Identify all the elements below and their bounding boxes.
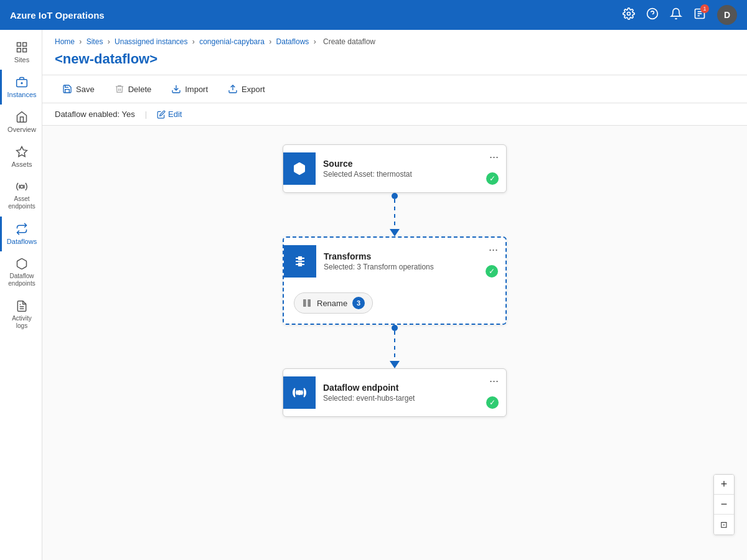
avatar[interactable]: D: [717, 5, 737, 25]
breadcrumb-home[interactable]: Home: [55, 37, 75, 46]
svg-rect-8: [23, 43, 27, 47]
breadcrumb-current: Create dataflow: [323, 37, 375, 46]
breadcrumb-sites[interactable]: Sites: [87, 37, 103, 46]
layout: Sites Instances Overview Assets: [0, 30, 747, 560]
svg-point-15: [21, 185, 24, 189]
sidebar-item-activity-logs[interactable]: Activity logs: [0, 294, 42, 336]
connector-line-2: [394, 331, 395, 361]
connector-dot-1: [392, 193, 398, 199]
zoom-fit-button[interactable]: ⊡: [714, 515, 734, 534]
save-button[interactable]: Save: [55, 80, 102, 98]
source-node[interactable]: Source Selected Asset: thermostat ··· ✓: [283, 144, 507, 193]
import-label: Import: [185, 85, 208, 94]
source-node-header: Source Selected Asset: thermostat ··· ✓: [283, 145, 506, 192]
help-icon[interactable]: [646, 7, 659, 23]
connector-arrow-2: [390, 361, 400, 368]
connector-2: [390, 325, 400, 368]
transforms-node-header: Transforms Selected: 3 Transform operati…: [284, 238, 505, 285]
main-content: Home › Sites › Unassigned instances › co…: [42, 30, 747, 560]
sidebar-label-dataflow-endpoints: Dataflow endpoints: [6, 273, 38, 287]
sidebar-label-asset-endpoints: Asset endpoints: [6, 195, 38, 210]
save-label: Save: [76, 85, 95, 94]
delete-label: Delete: [128, 85, 152, 94]
transforms-check: ✓: [486, 265, 498, 278]
dataflow-diagram: Source Selected Asset: thermostat ··· ✓: [283, 144, 507, 417]
nav-icons: 1 D: [622, 5, 737, 25]
connector-1: [390, 193, 400, 236]
sidebar-label-activity-logs: Activity logs: [6, 315, 38, 330]
sidebar: Sites Instances Overview Assets: [0, 30, 42, 560]
endpoint-icon-box: [283, 376, 316, 409]
import-button[interactable]: Import: [164, 80, 215, 98]
transforms-title: Transforms: [324, 251, 498, 261]
endpoint-icon: [292, 385, 307, 400]
transforms-node[interactable]: Transforms Selected: 3 Transform operati…: [283, 236, 507, 325]
endpoint-menu[interactable]: ···: [489, 375, 499, 386]
svg-rect-27: [299, 263, 301, 266]
svg-marker-14: [17, 147, 27, 157]
svg-rect-9: [17, 49, 21, 52]
transform-icon: [293, 254, 308, 269]
transforms-icon-box: [284, 245, 316, 278]
svg-rect-29: [308, 299, 311, 307]
notification-icon[interactable]: 1: [693, 7, 706, 23]
source-menu[interactable]: ···: [489, 151, 499, 162]
sidebar-item-dataflow-endpoints[interactable]: Dataflow endpoints: [0, 251, 42, 294]
sidebar-item-asset-endpoints[interactable]: Asset endpoints: [0, 174, 42, 217]
edit-icon: [157, 110, 166, 119]
transforms-menu[interactable]: ···: [489, 244, 498, 255]
delete-button[interactable]: Delete: [107, 80, 159, 98]
connector-arrow-1: [390, 229, 400, 236]
breadcrumb-instance[interactable]: congenial-capybara: [199, 37, 265, 46]
bell-icon[interactable]: [670, 7, 682, 23]
settings-icon[interactable]: [622, 7, 635, 23]
connector-dot-2: [392, 325, 398, 331]
sidebar-label-assets: Assets: [11, 161, 32, 168]
source-subtitle: Selected Asset: thermostat: [323, 170, 499, 179]
save-icon: [62, 84, 72, 94]
breadcrumb: Home › Sites › Unassigned instances › co…: [42, 30, 747, 49]
rename-icon: [302, 298, 312, 308]
svg-rect-10: [23, 49, 27, 52]
sidebar-label-instances: Instances: [7, 91, 36, 98]
app-title: Azure IoT Operations: [10, 10, 622, 21]
endpoint-title: Dataflow endpoint: [323, 383, 499, 393]
endpoint-subtitle: Selected: event-hubs-target: [323, 394, 499, 403]
rename-badge: 3: [352, 297, 365, 309]
status-bar: Dataflow enabled: Yes | Edit: [42, 103, 747, 126]
rename-chip[interactable]: Rename 3: [294, 292, 373, 314]
zoom-in-button[interactable]: +: [714, 475, 734, 495]
connector-line-1: [394, 199, 395, 229]
source-icon-box: [283, 152, 316, 185]
endpoint-check: ✓: [486, 396, 499, 409]
transforms-info: Transforms Selected: 3 Transform operati…: [324, 251, 498, 271]
source-check: ✓: [486, 172, 499, 185]
dataflow-status: Dataflow enabled: Yes: [55, 110, 135, 119]
export-button[interactable]: Export: [220, 80, 273, 98]
edit-label: Edit: [168, 110, 182, 119]
svg-rect-7: [17, 43, 21, 47]
sidebar-label-overview: Overview: [7, 126, 36, 133]
sidebar-item-overview[interactable]: Overview: [0, 105, 42, 139]
svg-point-0: [627, 12, 631, 15]
transforms-subtitle: Selected: 3 Transform operations: [324, 263, 498, 271]
breadcrumb-dataflows[interactable]: Dataflows: [276, 37, 309, 46]
edit-button[interactable]: Edit: [157, 110, 182, 119]
svg-point-30: [298, 391, 301, 394]
export-label: Export: [242, 85, 265, 94]
notif-badge: 1: [700, 4, 709, 13]
endpoint-node-header: Dataflow endpoint Selected: event-hubs-t…: [283, 369, 506, 416]
endpoint-node[interactable]: Dataflow endpoint Selected: event-hubs-t…: [283, 368, 507, 417]
export-icon: [228, 84, 238, 94]
source-title: Source: [323, 159, 499, 169]
sidebar-item-assets[interactable]: Assets: [0, 139, 42, 174]
zoom-out-button[interactable]: −: [714, 495, 734, 515]
cube-icon: [292, 161, 307, 176]
svg-rect-28: [303, 299, 306, 307]
breadcrumb-unassigned[interactable]: Unassigned instances: [115, 37, 187, 46]
endpoint-info: Dataflow endpoint Selected: event-hubs-t…: [323, 383, 499, 403]
sidebar-item-dataflows[interactable]: Dataflows: [0, 217, 42, 251]
sidebar-item-instances[interactable]: Instances: [0, 70, 42, 105]
page-title: <new-dataflow>: [42, 49, 747, 75]
sidebar-item-sites[interactable]: Sites: [0, 35, 42, 70]
